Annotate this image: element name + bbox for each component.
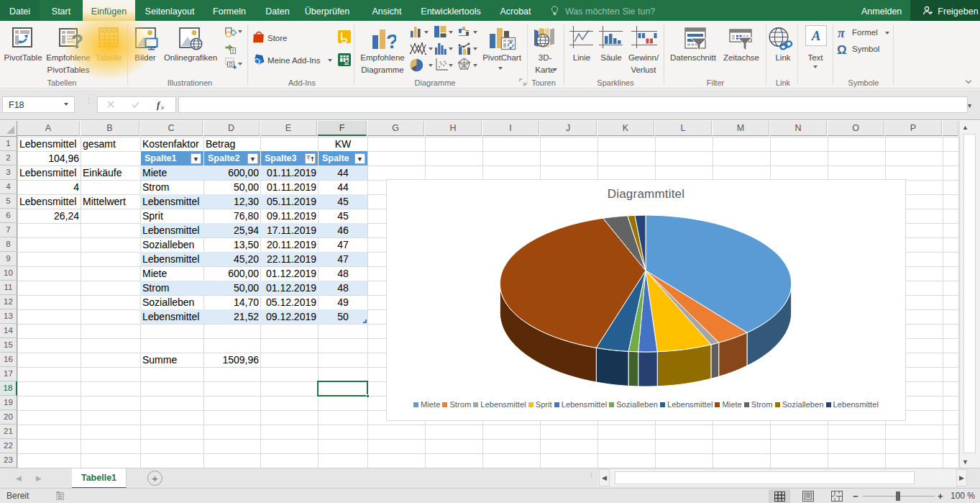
svg-text:x: x [160, 104, 164, 111]
svg-text:A: A [811, 28, 821, 43]
svg-text:?: ? [71, 30, 83, 51]
svg-text:?: ? [386, 30, 396, 50]
